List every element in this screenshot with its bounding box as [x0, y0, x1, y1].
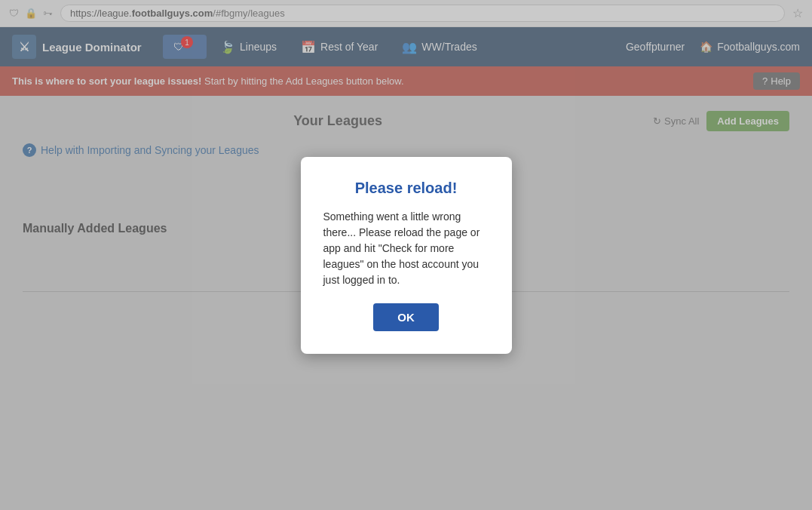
modal-overlay: Please reload! Something went a little w…: [0, 0, 812, 510]
modal-title: Please reload!: [323, 180, 489, 197]
modal-dialog: Please reload! Something went a little w…: [301, 157, 512, 354]
modal-body: Something went a little wrong there... P…: [323, 209, 489, 288]
modal-ok-button[interactable]: OK: [373, 303, 439, 331]
